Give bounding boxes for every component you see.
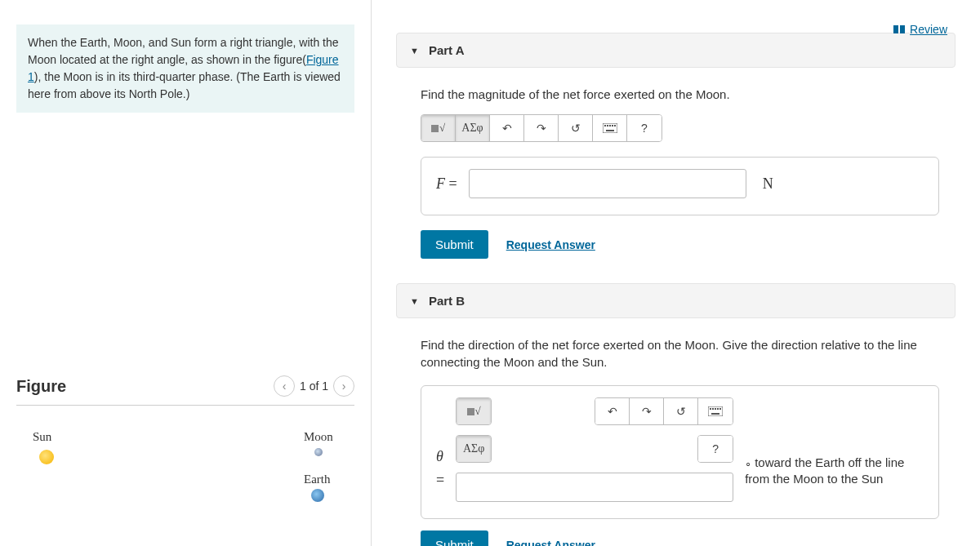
problem-statement: When the Earth, Moon, and Sun form a rig… xyxy=(16,24,354,113)
figure-pager-label: 1 of 1 xyxy=(300,380,328,393)
svg-rect-13 xyxy=(711,413,719,415)
part-b-lhs: θ= xyxy=(436,445,444,492)
problem-text-post: ), the Moon is in its third-quarter phas… xyxy=(28,70,341,100)
svg-rect-6 xyxy=(606,130,614,131)
svg-rect-1 xyxy=(604,125,606,127)
help-button[interactable]: ? xyxy=(698,436,733,462)
part-a-input[interactable] xyxy=(469,169,746,198)
part-b-unit: ∘toward the Earth off the line from the … xyxy=(745,455,924,488)
part-a-prompt: Find the magnitude of the net force exer… xyxy=(421,86,939,103)
figure-prev-button[interactable]: ‹ xyxy=(274,375,295,397)
part-a-submit-button[interactable]: Submit xyxy=(421,230,488,259)
part-a-header[interactable]: ▼ Part A xyxy=(396,33,956,68)
svg-rect-0 xyxy=(603,123,617,133)
part-b-input[interactable] xyxy=(456,473,733,502)
svg-rect-7 xyxy=(708,406,723,416)
redo-button[interactable]: ↷ xyxy=(630,398,664,424)
part-a-title: Part A xyxy=(429,43,465,57)
earth-label: Earth xyxy=(304,473,330,486)
svg-rect-5 xyxy=(614,125,616,127)
templates-button[interactable]: √ xyxy=(421,115,456,141)
templates-button[interactable]: √ xyxy=(457,398,491,424)
reset-button[interactable]: ↺ xyxy=(559,115,593,141)
svg-rect-4 xyxy=(612,125,613,127)
keyboard-button[interactable] xyxy=(698,398,733,424)
part-a-toolbar: √ ΑΣφ ↶ ↷ ↺ ? xyxy=(421,114,662,142)
part-a-unit: N xyxy=(763,175,773,193)
keyboard-icon xyxy=(603,123,617,133)
review-icon xyxy=(893,25,905,33)
figure-canvas: Sun Moon Earth xyxy=(16,422,354,536)
figure-next-button[interactable]: › xyxy=(333,375,354,397)
svg-rect-8 xyxy=(710,408,711,410)
caret-down-icon: ▼ xyxy=(410,296,419,306)
sun-label: Sun xyxy=(33,430,51,444)
svg-rect-12 xyxy=(719,408,721,410)
svg-rect-11 xyxy=(717,408,719,410)
part-b-answer-block: θ= √ ↶ ↷ ↺ xyxy=(421,385,939,519)
earth-icon xyxy=(311,489,324,502)
keyboard-button[interactable] xyxy=(593,115,627,141)
part-a-request-answer-link[interactable]: Request Answer xyxy=(506,238,595,251)
help-button[interactable]: ? xyxy=(627,115,662,141)
greek-button[interactable]: ΑΣφ xyxy=(456,115,490,141)
greek-button[interactable]: ΑΣφ xyxy=(457,436,491,462)
redo-button[interactable]: ↷ xyxy=(524,115,559,141)
moon-icon xyxy=(314,448,323,456)
moon-label: Moon xyxy=(304,430,333,444)
part-b-header[interactable]: ▼ Part B xyxy=(396,283,956,318)
keyboard-icon xyxy=(708,406,723,416)
caret-down-icon: ▼ xyxy=(410,46,419,55)
undo-button[interactable]: ↶ xyxy=(595,398,630,424)
svg-rect-10 xyxy=(715,408,716,410)
templates-icon: √ xyxy=(431,122,445,135)
svg-rect-3 xyxy=(609,125,611,127)
part-b-title: Part B xyxy=(429,294,465,308)
part-b-submit-button[interactable]: Submit xyxy=(421,530,488,546)
templates-icon: √ xyxy=(467,405,481,418)
part-b-request-answer-link[interactable]: Request Answer xyxy=(506,539,595,547)
svg-rect-9 xyxy=(712,408,714,410)
part-a-lhs: F = xyxy=(436,172,457,196)
svg-rect-2 xyxy=(607,125,608,127)
reset-button[interactable]: ↺ xyxy=(664,398,698,424)
part-a-answer-block: F = N xyxy=(421,157,939,215)
part-b-toolbar: √ ↶ ↷ ↺ xyxy=(456,397,733,425)
sun-icon xyxy=(39,450,54,464)
figure-title: Figure xyxy=(16,377,66,396)
undo-button[interactable]: ↶ xyxy=(490,115,524,141)
part-b-prompt: Find the direction of the net force exer… xyxy=(421,336,939,371)
problem-text-pre: When the Earth, Moon, and Sun form a rig… xyxy=(28,36,339,66)
review-link[interactable]: Review xyxy=(893,23,947,36)
